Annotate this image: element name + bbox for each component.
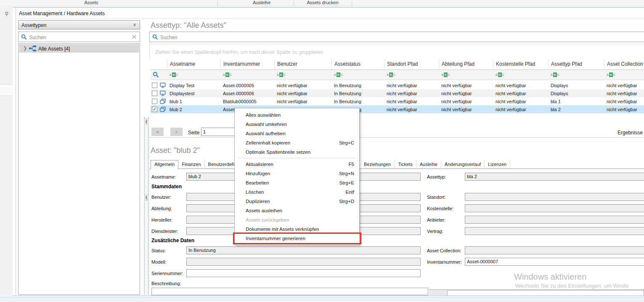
column-header-inventarnummer[interactable]: Inventarnummer [220,59,274,69]
cell-abteilung[interactable]: nicht verfügbar [439,107,493,112]
tree-item-alle-assets[interactable]: ❯ Alle Assets [4] [19,44,139,53]
anbieter-field[interactable] [465,216,644,224]
cell-standort[interactable]: nicht verfügbar [384,107,439,112]
cell-assetstatus[interactable]: In Benutzung [331,91,384,96]
assettypen-select[interactable]: Assettypen ∨ [18,20,140,29]
cell-benutzer[interactable]: nicht verfügbar [274,83,331,88]
filter-standort-pfad[interactable]: ABC [384,70,439,80]
filter-assetstatus[interactable]: ABC [331,70,384,80]
menu-item-bearbeiten[interactable]: BearbeitenStrg+E [235,178,359,187]
cell-assettyp[interactable]: bla 1 [548,99,604,104]
menu-item-hinzufuegen[interactable]: HinzufügenStrg+N [235,169,359,178]
cell-asset-collection[interactable]: nicht verfügbar [604,91,644,96]
cell-kostenstelle[interactable]: nicht verfügbar [493,107,548,112]
filter-assetname[interactable]: ABC [167,70,220,80]
column-header-benutzer[interactable]: Benutzer [274,59,331,69]
modell-field[interactable] [186,258,421,266]
cell-kostenstelle[interactable]: nicht verfügbar [493,99,548,104]
standort-field[interactable] [465,193,644,201]
asset-collection-field[interactable] [465,246,644,254]
menu-item-loeschen[interactable]: LöschenEntf [235,187,359,197]
group-by-area[interactable]: Ziehen Sie einen Spaltenkopf hierhin, um… [149,44,644,59]
column-header-assetstatus[interactable]: Assetstatus [331,59,384,69]
cell-assetstatus[interactable]: In Benutzung [331,99,384,104]
cell-assetname[interactable]: Display Test [167,83,220,88]
filter-benutzer[interactable]: ABC [274,70,331,80]
table-row[interactable]: blub 1 Blablub0000005 nicht verfügbar In… [151,97,644,105]
cell-benutzer[interactable]: nicht verfügbar [274,99,331,104]
cell-asset-collection[interactable]: nicht verfügbar [604,83,644,88]
column-header-abteilung-pfad[interactable]: Abteilung Pfad [439,59,493,69]
cell-assetname[interactable]: blub 2 [167,107,220,112]
sidebar-search[interactable]: Suchen ✕ [18,32,140,42]
vertical-splitter[interactable]: ❮ ❮ [144,117,148,296]
kostenstelle-field[interactable] [465,204,644,212]
filter-assettyp-pfad[interactable]: ABC [548,70,604,80]
column-header-kostenstelle-pfad[interactable]: Kostenstelle Pfad [493,59,548,69]
tab-lizenzen[interactable]: Lizenzen [485,160,510,169]
menu-item-assets-ausleihen[interactable]: Assets ausleihen [235,206,359,215]
cell-inventarnummer[interactable]: Asset-0000006 [220,91,274,96]
splitter-collapse-button[interactable]: ❮ [144,119,148,125]
cell-kostenstelle[interactable]: nicht verfügbar [493,91,548,96]
row-checkbox[interactable] [152,99,157,104]
main-search[interactable]: Suchen [149,32,644,42]
menu-item-duplizieren[interactable]: DuplizierenStrg+D [235,197,359,206]
row-checkbox[interactable] [152,83,157,88]
column-header-assetname[interactable]: Assetname [167,59,220,69]
filter-asset-collection-pfad[interactable]: ABC [604,70,644,80]
column-header-standort-pfad[interactable]: Standort Pfad [384,59,439,69]
table-row[interactable]: Display Test Asset-0000005 nicht verfügb… [151,81,644,89]
tab-aenderungsverlauf[interactable]: Änderungsverlauf [441,160,485,169]
vertrag-field[interactable] [465,227,644,235]
expander-icon[interactable]: ❯ [23,45,27,51]
filter-kostenstelle-pfad[interactable]: ABC [493,70,548,80]
menu-item-alles-auswaehlen[interactable]: Alles auswählen [235,110,359,120]
filter-inventarnummer[interactable]: ABC [220,70,274,80]
cell-assettyp[interactable]: bla 2 [548,107,604,112]
collapsed-panel-grip[interactable] [0,84,13,96]
menu-item-inventarnummer-generieren[interactable]: Inventarnummer generieren [235,234,359,243]
row-checkbox-checked[interactable]: ✓ [152,107,157,112]
column-header-asset-collection-pfad[interactable]: Asset Collection Pfa [604,59,644,69]
cell-abteilung[interactable]: nicht verfügbar [439,91,493,96]
menu-item-auswahl-umkehren[interactable]: Auswahl umkehren [235,120,359,129]
cell-standort[interactable]: nicht verfügbar [384,83,439,88]
cell-asset-collection[interactable]: nicht verfügbar [604,107,644,112]
ribbon-group-ausleihe[interactable]: Ausleihe [241,0,283,6]
pin-icon[interactable] [4,11,10,17]
cell-assetstatus[interactable]: In Benutzung [331,83,384,88]
seriennummer-field[interactable] [186,269,421,277]
tab-finanzen[interactable]: Finanzen [178,160,204,169]
assettyp-field[interactable]: bla 2 [465,173,644,181]
cell-kostenstelle[interactable]: nicht verfügbar [493,83,548,88]
cell-asset-collection[interactable]: nicht verfügbar [604,99,644,104]
row-checkbox[interactable] [152,91,157,96]
tab-tickets[interactable]: Tickets [395,160,416,169]
ribbon-group-assets-drucken[interactable]: Assets drucken [299,0,346,6]
cell-assetname[interactable]: Displaystest [167,91,220,96]
cell-inventarnummer[interactable]: Blablub0000005 [220,99,274,104]
inventarnummer-field[interactable]: Asset-0000007 [465,258,644,266]
pager-prev-button[interactable]: ‹ [170,128,183,136]
cell-inventarnummer[interactable]: Asset-0000005 [220,83,274,88]
select-all-column[interactable] [151,59,159,69]
column-header-assettyp-pfad[interactable]: Assettyp Pfad [548,59,604,69]
clear-icon[interactable]: ✕ [131,33,137,41]
tab-beziehungen[interactable]: Beziehungen [360,160,395,169]
cell-abteilung[interactable]: nicht verfügbar [439,99,493,104]
cell-abteilung[interactable]: nicht verfügbar [439,83,493,88]
cell-standort[interactable]: nicht verfügbar [384,99,439,104]
menu-item-optimale-spaltenbreite[interactable]: Optimale Spaltenbreite setzen [235,147,359,157]
page-input[interactable] [201,128,239,136]
tab-ausleihe[interactable]: Ausleihe [416,160,441,169]
menu-item-auswahl-aufheben[interactable]: Auswahl aufheben [235,129,359,138]
ribbon-group-assets[interactable]: Assets [70,0,112,6]
cell-assettyp[interactable]: Displays [548,91,604,96]
beschreibung-field[interactable] [151,288,428,295]
menu-item-zelleninhalt-kopieren[interactable]: Zelleninhalt kopierenStrg+C [235,138,359,147]
menu-item-aktualisieren[interactable]: AktualisierenF5 [235,160,359,169]
table-row-selected[interactable]: ✓ blub 2 Asset-0000007 nicht verfügbar I… [151,105,644,113]
cell-assetname[interactable]: blub 1 [167,99,220,104]
pager-first-button[interactable]: « [151,128,164,136]
